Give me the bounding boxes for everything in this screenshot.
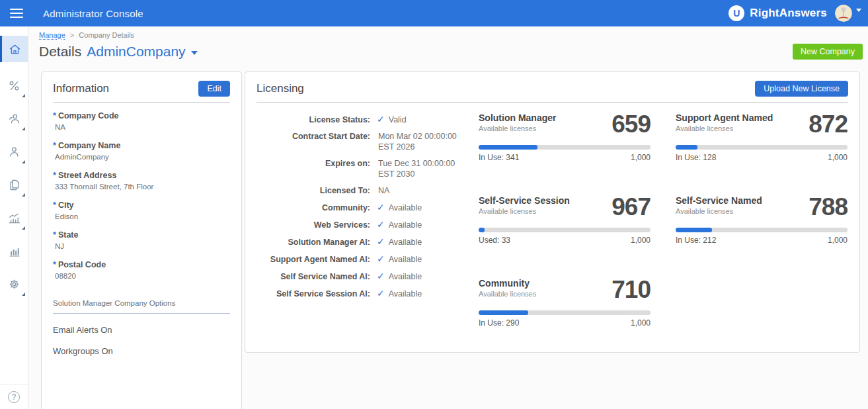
breadcrumb-manage-link[interactable]: Manage bbox=[39, 31, 65, 39]
license-detail-row: Self Service Named AI: ✓ Available bbox=[256, 271, 467, 282]
license-card-subtitle: Available licenses bbox=[676, 207, 762, 215]
company-selector[interactable]: AdminCompany bbox=[87, 44, 197, 60]
check-icon: ✓ bbox=[377, 202, 385, 212]
license-detail-value: Available bbox=[389, 220, 422, 230]
license-detail-label: Licensed To: bbox=[256, 185, 370, 196]
information-panel: Information Edit *Company Code NA *Compa… bbox=[41, 71, 242, 409]
usage-bar bbox=[676, 145, 848, 150]
licensing-title: Licensing bbox=[256, 82, 304, 95]
analytics-icon bbox=[7, 211, 21, 225]
in-use-label: Used: 33 bbox=[479, 236, 510, 245]
license-card: Self-Service Named Available licenses 78… bbox=[676, 195, 848, 245]
sidebar-item-tools[interactable] bbox=[0, 69, 28, 102]
license-detail-label: Self Service Session AI: bbox=[256, 289, 370, 299]
usage-bar bbox=[676, 228, 848, 232]
license-detail-value: Tue Dec 31 00:00:00 EST 2030 bbox=[378, 158, 467, 179]
menu-icon[interactable] bbox=[10, 6, 23, 21]
license-detail-row: Solution Manager AI: ✓ Available bbox=[256, 236, 467, 248]
help-icon[interactable]: ? bbox=[8, 391, 20, 403]
license-detail-label: Expires on: bbox=[256, 158, 370, 169]
license-cards: Solution Manager Available licenses 659 … bbox=[467, 113, 848, 328]
sidebar: ? bbox=[0, 26, 28, 409]
available-count: 659 bbox=[612, 113, 651, 136]
licensing-body: License Status: ✓ Valid Contract Start D… bbox=[245, 103, 859, 328]
title-row: Details AdminCompany New Company bbox=[28, 39, 868, 60]
license-card: Solution Manager Available licenses 659 … bbox=[479, 113, 651, 162]
brand-area: U RightAnswers bbox=[729, 5, 861, 22]
field-label: *Street Address bbox=[53, 171, 230, 180]
field-label-text: City bbox=[58, 201, 74, 210]
license-detail-row: Community: ✓ Available bbox=[256, 202, 467, 213]
license-details: License Status: ✓ Valid Contract Start D… bbox=[256, 113, 467, 328]
license-detail-value: Available bbox=[389, 271, 422, 282]
user-avatar[interactable] bbox=[835, 5, 852, 22]
information-body: *Company Code NA *Company Name AdminComp… bbox=[42, 103, 241, 356]
info-field: *Postal Code 08820 bbox=[53, 260, 230, 280]
license-detail-row: License Status: ✓ Valid bbox=[256, 114, 467, 125]
license-card-subtitle: Available licenses bbox=[479, 290, 536, 298]
license-card-title: Solution Manager bbox=[479, 113, 556, 123]
usage-bar-fill bbox=[479, 145, 537, 150]
breadcrumb: Manage > Company Details bbox=[28, 26, 868, 39]
required-asterisk: * bbox=[53, 260, 56, 269]
required-asterisk: * bbox=[53, 230, 56, 240]
check-icon: ✓ bbox=[377, 236, 385, 247]
info-field: *State NJ bbox=[53, 230, 230, 250]
chevron-down-icon bbox=[191, 51, 198, 55]
license-card-title: Support Agent Named bbox=[676, 113, 773, 123]
bar-chart-icon bbox=[7, 244, 21, 258]
license-detail-label: Contract Start Date: bbox=[256, 131, 370, 142]
field-label-text: Postal Code bbox=[58, 260, 106, 269]
field-label: *Company Code bbox=[53, 111, 230, 120]
sidebar-item-settings[interactable] bbox=[0, 267, 28, 300]
license-card-subtitle: Available licenses bbox=[676, 124, 773, 132]
user-icon bbox=[7, 145, 21, 159]
check-icon: ✓ bbox=[377, 114, 385, 124]
licensing-panel: Licensing Upload New License License Sta… bbox=[245, 71, 860, 353]
license-detail-label: Solution Manager AI: bbox=[256, 237, 370, 248]
usage-bar-fill bbox=[676, 145, 697, 150]
upland-logo-icon: U bbox=[729, 5, 744, 21]
usage-bar-fill bbox=[676, 228, 712, 232]
field-label-text: Company Code bbox=[58, 111, 119, 120]
sidebar-item-documents[interactable] bbox=[0, 168, 28, 201]
app-title: Administrator Console bbox=[43, 8, 143, 19]
user-menu-caret-icon[interactable] bbox=[856, 9, 861, 12]
license-detail-value: Available bbox=[389, 237, 422, 248]
license-detail-value: NA bbox=[378, 185, 389, 196]
sidebar-item-user-group[interactable] bbox=[0, 102, 28, 135]
field-value: 08820 bbox=[53, 272, 230, 280]
usage-bar bbox=[479, 228, 651, 232]
license-detail-label: Support Agent Named AI: bbox=[256, 254, 370, 265]
license-detail-row: Support Agent Named AI: ✓ Available bbox=[256, 253, 467, 265]
field-label: *State bbox=[53, 230, 230, 240]
sidebar-item-bar-chart[interactable] bbox=[0, 234, 28, 267]
license-detail-label: Self Service Named AI: bbox=[256, 271, 370, 282]
total-label: 1,000 bbox=[631, 318, 651, 328]
check-icon: ✓ bbox=[377, 288, 385, 298]
license-card: Support Agent Named Available licenses 8… bbox=[676, 113, 848, 162]
upload-new-license-button[interactable]: Upload New License bbox=[755, 81, 848, 97]
field-label-text: Company Name bbox=[58, 141, 120, 150]
sidebar-item-analytics[interactable] bbox=[0, 201, 28, 234]
required-asterisk: * bbox=[53, 141, 56, 150]
license-detail-row: Licensed To: ✓ NA bbox=[256, 185, 467, 196]
sidebar-item-user[interactable] bbox=[0, 135, 28, 168]
edit-button[interactable]: Edit bbox=[198, 81, 230, 97]
field-label: *Company Name bbox=[53, 141, 230, 150]
license-detail-value: Valid bbox=[389, 114, 407, 125]
sidebar-item-home[interactable] bbox=[0, 36, 28, 62]
license-card: Community Available licenses 710 In Use:… bbox=[479, 278, 651, 328]
company-name: AdminCompany bbox=[87, 44, 185, 60]
app-root: Administrator Console U RightAnswers ? M… bbox=[0, 0, 868, 409]
new-company-button[interactable]: New Company bbox=[793, 44, 863, 60]
brand-name: RightAnswers bbox=[750, 7, 827, 20]
in-use-label: In Use: 212 bbox=[676, 236, 716, 245]
available-count: 788 bbox=[809, 195, 848, 218]
in-use-label: In Use: 341 bbox=[479, 153, 519, 162]
licensing-header: Licensing Upload New License bbox=[256, 72, 848, 103]
license-card-title: Community bbox=[479, 278, 536, 289]
total-label: 1,000 bbox=[828, 236, 848, 245]
in-use-label: In Use: 290 bbox=[479, 318, 519, 328]
info-field: *Street Address 333 Thornall Street, 7th… bbox=[53, 171, 230, 191]
